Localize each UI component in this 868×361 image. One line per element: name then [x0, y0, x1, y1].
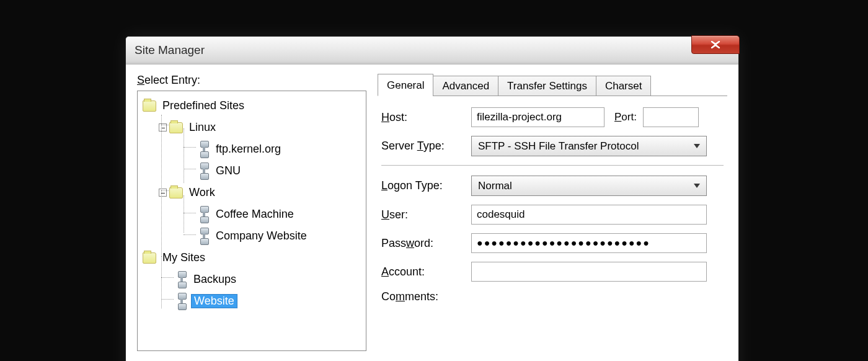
select-entry-label: Select Entry: [137, 74, 366, 87]
tree-node-linux[interactable]: − Linux [140, 117, 363, 138]
user-label: User: [381, 208, 465, 221]
site-tree[interactable]: Predefined Sites − Linux ftp.kernel.org … [137, 91, 366, 351]
tab-charset[interactable]: Charset [596, 76, 652, 96]
tree-label: ftp.kernel.org [213, 143, 283, 156]
host-input[interactable] [471, 107, 604, 127]
port-input[interactable] [643, 107, 699, 127]
folder-icon [143, 100, 156, 112]
right-pane: General Advanced Transfer Settings Chars… [378, 74, 727, 351]
tree-label: Company Website [213, 230, 309, 243]
logon-type-value: Normal [478, 180, 512, 192]
tree-node-company-website[interactable]: Company Website [140, 225, 363, 247]
server-type-value: SFTP - SSH File Transfer Protocol [478, 140, 639, 153]
left-pane: Select Entry: Predefined Sites [137, 74, 366, 351]
server-icon [176, 271, 187, 288]
tree-node-coffee-machine[interactable]: Coffee Machine [140, 203, 363, 225]
titlebar[interactable]: Site Manager [126, 37, 738, 65]
close-icon [710, 41, 721, 48]
chevron-down-icon [694, 144, 700, 148]
account-input[interactable] [471, 262, 707, 282]
close-button[interactable] [691, 35, 740, 54]
tree-label: Backups [191, 273, 239, 286]
logon-type-label: Logon Type: [381, 179, 465, 192]
logon-type-dropdown[interactable]: Normal [471, 176, 707, 196]
chevron-down-icon [694, 184, 700, 188]
tab-advanced[interactable]: Advanced [433, 76, 498, 96]
tree-label: My Sites [160, 251, 208, 264]
folder-icon [169, 187, 183, 198]
tree-node-backups[interactable]: Backups [140, 269, 363, 290]
host-label: Host: [381, 111, 465, 124]
tree-label: Predefined Sites [160, 99, 247, 112]
collapse-icon[interactable]: − [159, 189, 167, 197]
tree-node-website[interactable]: Website [140, 290, 363, 312]
tree-node-ftp-kernel[interactable]: ftp.kernel.org [140, 138, 363, 160]
tree-node-predefined-sites[interactable]: Predefined Sites [140, 95, 363, 117]
tree-label: Linux [187, 121, 218, 134]
folder-icon [169, 122, 183, 133]
site-manager-window: Site Manager Select Entry: [125, 36, 739, 361]
tree-label: GNU [213, 164, 243, 177]
server-icon [198, 141, 210, 158]
comments-label: Comments: [381, 290, 465, 303]
server-icon [198, 228, 210, 245]
port-label: Port: [614, 111, 637, 123]
server-icon [198, 163, 210, 180]
general-form: Host: Port: Server Type: SFTP - SSH File… [378, 96, 727, 303]
user-input[interactable] [471, 205, 707, 225]
server-icon [198, 206, 210, 223]
tree-label: Coffee Machine [213, 208, 296, 221]
tab-general[interactable]: General [378, 74, 433, 96]
password-input[interactable]: ●●●●●●●●●●●●●●●●●●●●●●●● [471, 233, 707, 253]
tab-bar: General Advanced Transfer Settings Chars… [378, 74, 727, 96]
folder-icon [143, 252, 156, 264]
window-title: Site Manager [135, 43, 205, 57]
tab-transfer-settings[interactable]: Transfer Settings [498, 76, 596, 96]
tree-label-selected: Website [191, 294, 237, 308]
divider [381, 165, 724, 166]
server-icon [176, 293, 187, 310]
server-type-label: Server Type: [381, 140, 465, 153]
account-label: Account: [381, 265, 465, 279]
tree-node-gnu[interactable]: GNU [140, 160, 363, 182]
password-label: Password: [381, 237, 465, 250]
tree-node-my-sites[interactable]: My Sites [140, 247, 363, 269]
tree-node-work[interactable]: − Work [140, 182, 363, 203]
server-type-dropdown[interactable]: SFTP - SSH File Transfer Protocol [471, 136, 707, 156]
tree-label: Work [187, 186, 218, 199]
client-area: Select Entry: Predefined Sites [126, 65, 738, 360]
